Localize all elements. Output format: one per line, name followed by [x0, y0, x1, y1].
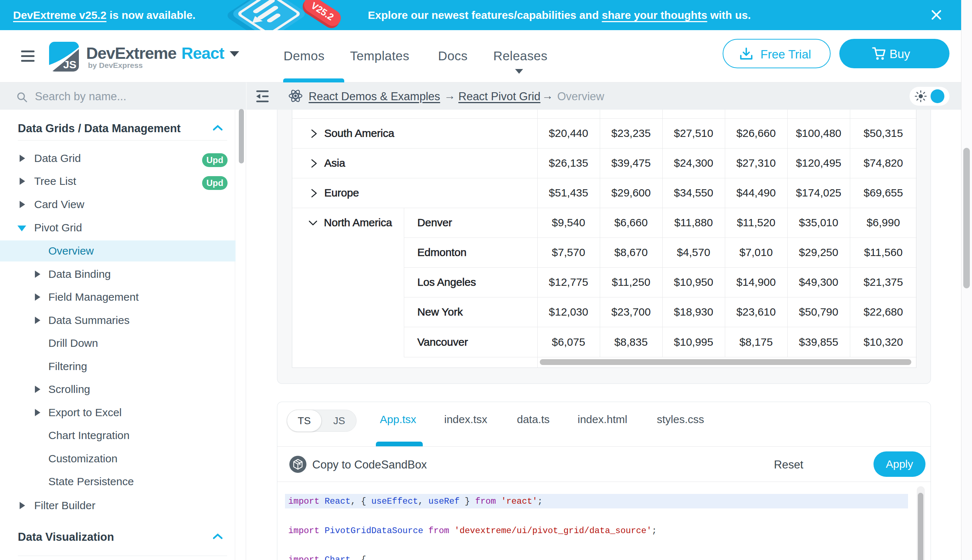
svg-text:JS: JS: [63, 58, 77, 70]
